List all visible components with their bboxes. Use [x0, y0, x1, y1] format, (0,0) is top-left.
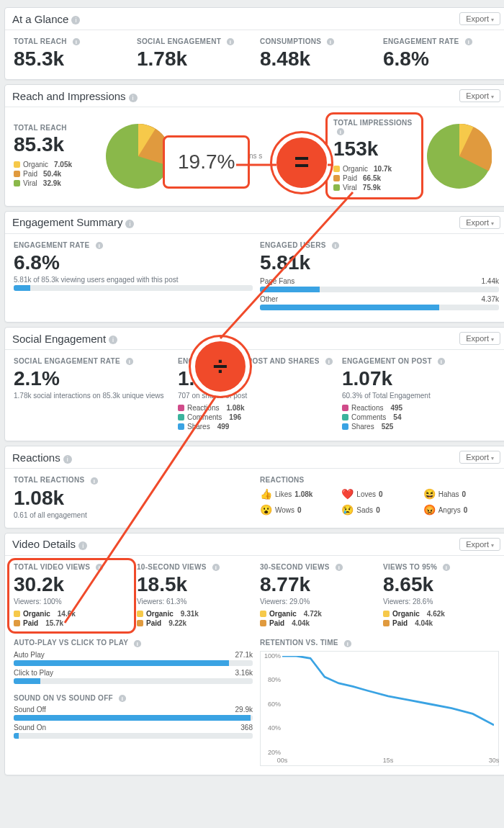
reaction-emoji-icon: 😡	[423, 504, 436, 516]
total-reach-block: TOTAL REACH 85.3k Organic7.05kPaid50.4kV…	[14, 124, 100, 189]
retention-chart: 100%80%60%40%20%00s15s30s	[260, 651, 499, 766]
reaction-item: 😡Angrys 0	[423, 504, 499, 516]
reaction-item: ❤️Loves 0	[341, 488, 417, 500]
bar-row: Auto Play27.1k	[14, 651, 253, 666]
legend-item: Reactions495	[342, 404, 499, 412]
legend-item: Viral32.9k	[14, 179, 100, 187]
panel-engagement-summary: Engagement Summaryi Export▾ ENGAGEMENT R…	[4, 211, 504, 323]
info-icon[interactable]: i	[109, 336, 117, 344]
export-button[interactable]: Export▾	[459, 538, 500, 551]
reaction-item: 😆Hahas 0	[423, 488, 499, 500]
panel-social-engagement: Social Engagementi Export▾ SOCIAL ENGAGE…	[4, 327, 504, 441]
export-button[interactable]: Export▾	[459, 451, 500, 464]
chevron-down-icon: ▾	[491, 17, 494, 23]
legend-item: Organic7.05k	[14, 161, 100, 168]
reaction-emoji-icon: ❤️	[341, 488, 354, 500]
reaction-item: 😮Wows 0	[260, 504, 336, 516]
legend-item: Viral75.9k	[333, 184, 415, 192]
legend-item: Comments196	[178, 413, 335, 421]
reach-center-note: fans s	[184, 152, 322, 160]
legend-item: Organic10.7k	[333, 165, 415, 173]
reaction-item: 👍Likes 1.08k	[260, 488, 336, 500]
info-icon[interactable]: i	[336, 564, 343, 571]
metric-card: TOTAL REACH i 85.3k	[14, 37, 130, 71]
engagement-rate-bar	[14, 285, 253, 291]
info-icon[interactable]: i	[327, 38, 334, 45]
legend-item: Comments54	[342, 413, 499, 421]
info-icon[interactable]: i	[63, 455, 72, 464]
panel-reactions: Reactionsi Export▾ TOTAL REACTIONS i 1.0…	[4, 446, 504, 528]
total-impressions-block: TOTAL IMPRESSIONS i 153k Organic10.7kPai…	[328, 114, 421, 197]
info-icon[interactable]: i	[443, 564, 450, 571]
metric-card: SOCIAL ENGAGEMENT i 1.78k	[137, 37, 253, 71]
info-icon[interactable]: i	[71, 16, 80, 24]
legend-item: Reactions1.08k	[178, 404, 335, 412]
metric-card: ENGAGEMENT RATE i 6.8%	[383, 37, 499, 71]
video-metric: TOTAL VIDEO VIEWS i 30.2k Viewers: 100% …	[9, 560, 134, 631]
info-icon[interactable]: i	[464, 38, 472, 45]
export-button[interactable]: Export▾	[459, 12, 500, 25]
panel-title: At a Glance	[12, 13, 68, 25]
video-metric: 30-SECOND VIEWS i 8.77k Viewers: 29.0% O…	[260, 563, 376, 629]
metric-card: CONSUMPTIONS i 8.48k	[260, 37, 376, 71]
info-icon[interactable]: i	[212, 564, 220, 571]
bar-row: Click to Play3.16k	[14, 669, 253, 684]
dashboard-root: { "buttons": { "export": "Export" }, "gl…	[0, 0, 504, 794]
reaction-emoji-icon: 😆	[423, 488, 436, 500]
export-button[interactable]: Export▾	[459, 216, 500, 229]
reaction-emoji-icon: 👍	[260, 488, 272, 500]
export-button[interactable]: Export▾	[459, 89, 500, 102]
bar-row: Page Fans1.44k	[260, 277, 499, 292]
video-metric: VIEWS TO 95% i 8.65k Viewers: 28.6% Orga…	[383, 563, 499, 629]
info-icon[interactable]: i	[125, 220, 134, 228]
info-icon[interactable]: i	[78, 541, 87, 550]
info-icon[interactable]: i	[73, 38, 80, 45]
bar-row: Other4.37k	[260, 295, 499, 310]
panel-reach-impressions: Reach and Impressionsi Export▾ TOTAL REA…	[4, 84, 504, 206]
legend-item: Shares499	[178, 423, 335, 431]
bar-row: Sound On368	[14, 724, 253, 739]
impressions-pie-chart	[427, 124, 492, 189]
info-icon[interactable]: i	[96, 564, 103, 571]
reaction-item: 😢Sads 0	[341, 504, 417, 516]
legend-item: Paid50.4k	[14, 170, 100, 178]
panel-at-a-glance: At a Glancei Export▾ TOTAL REACH i 85.3k…	[4, 7, 504, 80]
bar-row: Sound Off29.9k	[14, 706, 253, 721]
legend-item: Shares525	[342, 423, 499, 431]
info-icon[interactable]: i	[227, 38, 234, 45]
panel-video-details: Video Detailsi Export▾ TOTAL VIDEO VIEWS…	[4, 533, 504, 775]
video-metric: 10-SECOND VIEWS i 18.5k Viewers: 61.3% O…	[137, 563, 253, 629]
export-button[interactable]: Export▾	[459, 332, 500, 345]
reaction-emoji-icon: 😮	[260, 504, 272, 516]
info-icon[interactable]: i	[129, 94, 138, 102]
reaction-emoji-icon: 😢	[341, 504, 354, 516]
legend-item: Paid66.5k	[333, 174, 415, 182]
reach-pie-chart	[106, 124, 171, 189]
